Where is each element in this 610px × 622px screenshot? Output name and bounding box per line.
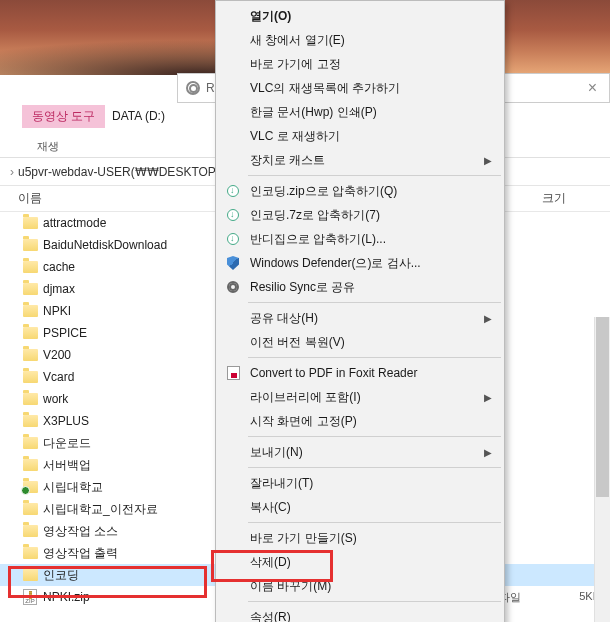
context-menu-item[interactable]: 라이브러리에 포함(I)▶: [218, 385, 502, 409]
menu-item-label: 열기(O): [250, 8, 291, 25]
context-menu-item[interactable]: 반디집으로 압축하기(L)...: [218, 227, 502, 251]
chevron-right-icon: ›: [10, 165, 14, 179]
drive-label[interactable]: DATA (D:): [112, 109, 165, 123]
resilio-icon: [186, 81, 200, 95]
context-menu-item[interactable]: 시작 화면에 고정(P): [218, 409, 502, 433]
folder-icon: [22, 457, 38, 473]
scrollbar-thumb[interactable]: [596, 317, 609, 497]
context-menu-item[interactable]: 한글 문서(Hwp) 인쇄(P): [218, 100, 502, 124]
file-name: X3PLUS: [43, 414, 89, 428]
folder-icon: [22, 303, 38, 319]
file-name: NPKI.zip: [43, 590, 90, 604]
column-header-name[interactable]: 이름: [0, 190, 200, 207]
zip-file-icon: ZIP: [22, 589, 38, 605]
menu-item-label: 공유 대상(H): [250, 310, 318, 327]
folder-icon: [22, 281, 38, 297]
ribbon-section-play: 재생: [37, 139, 59, 154]
menu-item-label: 이름 바꾸기(M): [250, 578, 331, 595]
context-menu: 열기(O)새 창에서 열기(E)바로 가기에 고정VLC의 재생목록에 추가하기…: [215, 0, 505, 622]
archive-icon: [225, 183, 241, 199]
file-name: attractmode: [43, 216, 106, 230]
menu-separator: [248, 522, 501, 523]
context-menu-item[interactable]: 바로 가기 만들기(S): [218, 526, 502, 550]
menu-item-label: 보내기(N): [250, 444, 303, 461]
context-menu-item[interactable]: 인코딩.7z로 압축하기(7): [218, 203, 502, 227]
context-menu-item[interactable]: 복사(C): [218, 495, 502, 519]
folder-icon: [22, 325, 38, 341]
file-name: cache: [43, 260, 75, 274]
folder-icon: [22, 567, 38, 583]
menu-separator: [248, 302, 501, 303]
context-menu-item[interactable]: 삭제(D): [218, 550, 502, 574]
file-name: djmax: [43, 282, 75, 296]
chevron-right-icon: ▶: [484, 155, 492, 166]
context-menu-item[interactable]: 이름 바꾸기(M): [218, 574, 502, 598]
context-menu-item[interactable]: 새 창에서 열기(E): [218, 28, 502, 52]
archive-icon: [225, 231, 241, 247]
context-menu-item[interactable]: 바로 가기에 고정: [218, 52, 502, 76]
column-header-size[interactable]: 크기: [542, 190, 566, 207]
pdf-icon: [225, 365, 241, 381]
folder-icon: [22, 347, 38, 363]
file-name: 시립대학교: [43, 479, 103, 496]
menu-item-label: 잘라내기(T): [250, 475, 313, 492]
menu-item-label: VLC의 재생목록에 추가하기: [250, 80, 400, 97]
context-menu-item[interactable]: 공유 대상(H)▶: [218, 306, 502, 330]
close-icon[interactable]: ×: [584, 79, 601, 97]
file-name: 시립대학교_이전자료: [43, 501, 158, 518]
context-menu-item[interactable]: Windows Defender(으)로 검사...: [218, 251, 502, 275]
menu-item-label: 장치로 캐스트: [250, 152, 325, 169]
menu-item-label: 라이브러리에 포함(I): [250, 389, 361, 406]
menu-item-label: 시작 화면에 고정(P): [250, 413, 357, 430]
context-menu-item[interactable]: VLC의 재생목록에 추가하기: [218, 76, 502, 100]
menu-item-label: 속성(R): [250, 609, 291, 623]
menu-item-label: 삭제(D): [250, 554, 291, 571]
context-menu-item[interactable]: VLC 로 재생하기: [218, 124, 502, 148]
file-name: NPKI: [43, 304, 71, 318]
menu-item-label: 새 창에서 열기(E): [250, 32, 345, 49]
context-menu-item[interactable]: 이전 버전 복원(V): [218, 330, 502, 354]
chevron-right-icon: ▶: [484, 447, 492, 458]
menu-separator: [248, 175, 501, 176]
chevron-right-icon: ▶: [484, 313, 492, 324]
file-name: 다운로드: [43, 435, 91, 452]
context-menu-item[interactable]: 속성(R): [218, 605, 502, 622]
menu-item-label: Convert to PDF in Foxit Reader: [250, 366, 417, 380]
breadcrumb-segment[interactable]: u5pvr-webdav-USER(₩₩DESKTOP-CH: [18, 165, 237, 179]
menu-item-label: 반디집으로 압축하기(L)...: [250, 231, 386, 248]
context-menu-item[interactable]: Resilio Sync로 공유: [218, 275, 502, 299]
menu-separator: [248, 357, 501, 358]
folder-icon: [22, 215, 38, 231]
menu-item-label: 바로 가기 만들기(S): [250, 530, 357, 547]
context-menu-item[interactable]: 잘라내기(T): [218, 471, 502, 495]
context-menu-item[interactable]: 열기(O): [218, 4, 502, 28]
menu-item-label: 이전 버전 복원(V): [250, 334, 345, 351]
menu-separator: [248, 467, 501, 468]
folder-icon: [22, 545, 38, 561]
chevron-right-icon: ▶: [484, 392, 492, 403]
menu-item-label: Resilio Sync로 공유: [250, 279, 355, 296]
file-name: V200: [43, 348, 71, 362]
menu-item-label: 한글 문서(Hwp) 인쇄(P): [250, 104, 377, 121]
file-name: work: [43, 392, 68, 406]
menu-separator: [248, 601, 501, 602]
ribbon-tab-video-tools[interactable]: 동영상 도구: [22, 105, 105, 128]
context-menu-item[interactable]: 인코딩.zip으로 압축하기(Q): [218, 179, 502, 203]
context-menu-item[interactable]: 장치로 캐스트▶: [218, 148, 502, 172]
file-name: 영상작업 소스: [43, 523, 118, 540]
folder-icon: [22, 413, 38, 429]
folder-icon: [22, 479, 38, 495]
file-name: Vcard: [43, 370, 74, 384]
folder-icon: [22, 523, 38, 539]
vertical-scrollbar[interactable]: [594, 317, 610, 622]
context-menu-item[interactable]: Convert to PDF in Foxit Reader: [218, 361, 502, 385]
menu-item-label: 복사(C): [250, 499, 291, 516]
menu-item-label: 인코딩.zip으로 압축하기(Q): [250, 183, 397, 200]
context-menu-item[interactable]: 보내기(N)▶: [218, 440, 502, 464]
archive-icon: [225, 207, 241, 223]
folder-icon: [22, 369, 38, 385]
resilio-icon: [225, 279, 241, 295]
sync-badge-icon: [21, 486, 30, 495]
menu-separator: [248, 436, 501, 437]
file-name: 서버백업: [43, 457, 91, 474]
